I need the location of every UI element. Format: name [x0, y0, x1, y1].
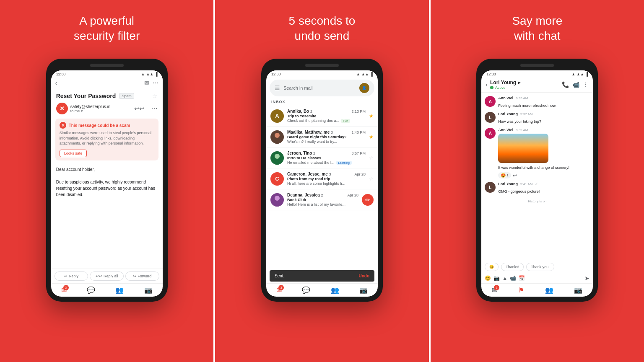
- status-icons: ▲ ▲▲ ▐: [141, 72, 158, 76]
- meet-nav-icon-p3: 📷: [574, 286, 582, 294]
- msg-time: 9:35 AM: [516, 96, 528, 100]
- user-avatar[interactable]: 👤: [359, 83, 369, 93]
- forward-arrow-icon: ↪: [133, 274, 136, 278]
- flag-nav-icon: ⚑: [518, 286, 524, 294]
- msg-content: Lori Young 9:41 AM ✓ OMG - gorgeous pict…: [498, 182, 589, 194]
- reaction-emoji: 😍: [501, 173, 506, 178]
- msg-image: [498, 134, 548, 163]
- add-reaction-icon[interactable]: ↩: [513, 173, 517, 178]
- email-row[interactable]: C Cameron, Jesse, me 3 Apr 28 Photo from…: [266, 168, 378, 189]
- mail-badge-p3: 3: [494, 285, 499, 290]
- row-preview: Check out the planning doc a... Fun: [287, 119, 366, 123]
- msg-content: Ann Wei 9:39 AM It was wonderful with a …: [498, 128, 589, 178]
- search-bar[interactable]: ☰ Search in mail 👤: [270, 80, 374, 96]
- drive-input-icon[interactable]: ▲: [502, 275, 507, 281]
- status-time: 12:30: [56, 72, 66, 76]
- reaction-badge[interactable]: 😍 1: [498, 172, 511, 178]
- send-button[interactable]: ➤: [584, 275, 589, 282]
- phone1: 12:30 ▲ ▲▲ ▐ ‹ ✉ ⋯ Reset Your Password S…: [46, 59, 168, 302]
- svg-point-2: [275, 154, 280, 159]
- msg-content: Lori Young 9:37 AM How was your hiking t…: [498, 112, 589, 124]
- p3-status-time: 12:30: [486, 72, 496, 76]
- search-input[interactable]: Search in mail: [283, 85, 356, 90]
- email-row[interactable]: Jeroen, Tino 2 8:57 PM Intro to UX class…: [266, 147, 378, 168]
- p2-status-icons: ▲ ▲▲ ▐: [356, 72, 373, 76]
- email-row[interactable]: Deanna, Jessica 2 Apr 28 Book Club Hello…: [266, 189, 378, 210]
- nav-chat[interactable]: 💬: [87, 286, 95, 294]
- row-time: Apr 28: [347, 193, 358, 197]
- msg-avatar: A: [485, 96, 496, 107]
- nav-spaces-p2[interactable]: 👥: [331, 286, 339, 294]
- hamburger-icon[interactable]: ☰: [275, 85, 280, 91]
- nav-flag-p3[interactable]: ⚑: [518, 286, 524, 294]
- phone2-bottom-nav: ✉ 3 💬 👥 📷: [266, 283, 378, 297]
- phone2-notch: [305, 64, 339, 67]
- mail-icon: ✉: [144, 80, 149, 86]
- back-button[interactable]: ‹: [55, 80, 57, 86]
- msg-text: OMG - gorgeous picture!: [498, 189, 540, 194]
- row-sender: Jeroen, Tino 2: [287, 151, 315, 155]
- msg-time: 9:41 AM: [520, 182, 532, 186]
- reply-all-button[interactable]: ↩↩ Reply all: [90, 272, 124, 281]
- email-list: A Annika, Bo 2 2:13 PM Trip to Yosemite …: [266, 106, 378, 269]
- nav-meet[interactable]: 📷: [144, 286, 153, 294]
- more-sender-icon[interactable]: ⋯: [152, 105, 158, 112]
- row-sender: Cameron, Jesse, me 3: [287, 172, 331, 176]
- nav-mail[interactable]: ✉ 3: [61, 286, 67, 294]
- star-empty-icon2[interactable]: ☆: [369, 176, 374, 182]
- row-avatar: [270, 130, 284, 144]
- camera-input-icon[interactable]: 📷: [493, 275, 500, 281]
- video-call-icon[interactable]: 📹: [572, 81, 579, 88]
- nav-meet-p3[interactable]: 📷: [574, 286, 582, 294]
- scam-alert-icon: ✕: [60, 122, 66, 129]
- calendar-input-icon[interactable]: 📅: [519, 275, 525, 281]
- sender-email: safety@shelterplus.in: [70, 104, 132, 109]
- panel1-title: A powerful security filter: [74, 13, 140, 47]
- nav-chat-p2[interactable]: 💬: [302, 286, 310, 294]
- row-header: Cameron, Jesse, me 3 Apr 28: [287, 172, 366, 176]
- email-row[interactable]: A Annika, Bo 2 2:13 PM Trip to Yosemite …: [266, 106, 378, 127]
- panel3-title: Say more with chat: [512, 13, 562, 47]
- star-filled-icon[interactable]: ★: [369, 113, 374, 119]
- msg-image-inner: [498, 134, 548, 163]
- panel2-title: 5 seconds to undo send: [289, 13, 356, 47]
- email-subject-title: Reset Your Password: [56, 93, 116, 99]
- reply-button[interactable]: ↩ Reply: [55, 272, 88, 281]
- phone-call-icon[interactable]: 📞: [562, 81, 569, 88]
- email-toolbar: ‹ ✉ ⋯: [51, 77, 163, 89]
- p3-wifi-icon: ▲: [571, 72, 575, 76]
- more-button[interactable]: ⋯: [153, 80, 158, 86]
- forward-button[interactable]: ↪ Forward: [125, 272, 159, 281]
- undo-button[interactable]: Undo: [358, 274, 369, 278]
- msg-reactions: 😍 1 ↩: [498, 172, 589, 178]
- star-icon[interactable]: ☆: [152, 93, 158, 99]
- compose-fab[interactable]: ✏: [362, 194, 374, 206]
- scam-title: This message could be a scam: [69, 123, 130, 128]
- meet-nav-icon: 📷: [144, 286, 153, 294]
- more-chat-icon[interactable]: ⋮: [583, 81, 589, 88]
- nav-spaces-p3[interactable]: 👥: [545, 286, 553, 294]
- looks-safe-button[interactable]: Looks safe: [60, 150, 87, 157]
- nav-meet-p2[interactable]: 📷: [359, 286, 368, 294]
- row-subject: Photo from my road trip: [287, 177, 366, 181]
- phone3: 12:30 ▲ ▲▲ ▐ ‹ Lori Young ▸ Active: [476, 59, 598, 302]
- sender-to: to me ▾: [70, 109, 132, 113]
- quick-reply-thanks[interactable]: Thanks!: [501, 263, 524, 271]
- nav-mail-p3[interactable]: ✉ 3: [492, 286, 497, 294]
- nav-mail-p2[interactable]: ✉ 3: [276, 286, 282, 294]
- msg-text: How was your hiking trip?: [498, 119, 541, 124]
- svg-point-1: [273, 138, 281, 144]
- row-preview: Hello! Here is a list of my favorite...: [287, 202, 358, 207]
- scam-warning-header: ✕ This message could be a scam: [60, 122, 154, 129]
- quick-reply-thankyou[interactable]: Thank you!: [526, 263, 554, 271]
- star-filled-icon2[interactable]: ★: [369, 134, 374, 140]
- email-row[interactable]: Maalika, Matthew, me 3 1:40 PM Board gam…: [266, 127, 378, 147]
- nav-spaces[interactable]: 👥: [115, 286, 124, 294]
- emoji-input-icon[interactable]: 😊: [485, 275, 491, 281]
- quick-reply-emoji[interactable]: 😊: [485, 263, 499, 271]
- star-empty-icon[interactable]: ☆: [369, 155, 374, 161]
- video-input-icon[interactable]: 📹: [510, 275, 516, 281]
- row-subject: Intro to UX classes: [287, 156, 366, 160]
- spaces-nav-icon-p2: 👥: [331, 286, 339, 294]
- chat-back-button[interactable]: ‹: [486, 81, 488, 88]
